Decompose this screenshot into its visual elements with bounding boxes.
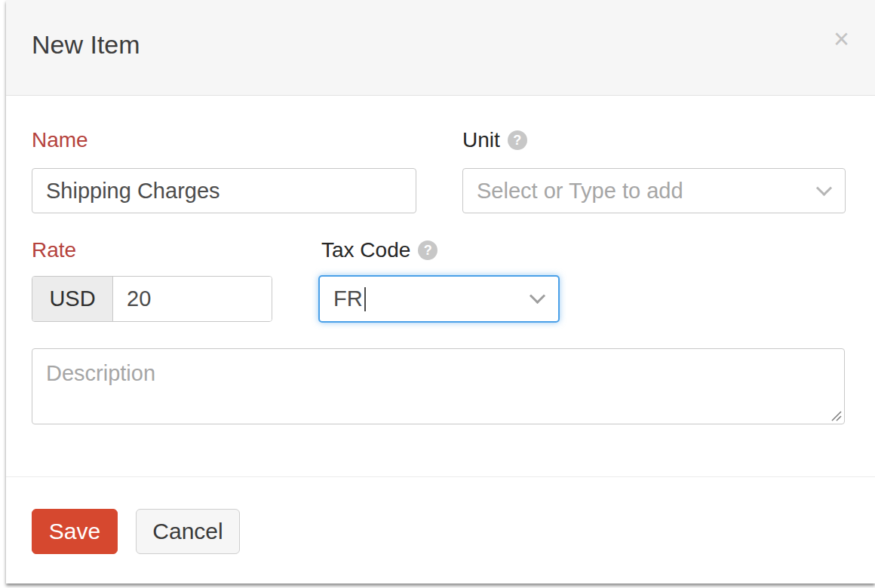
- save-button[interactable]: Save: [32, 509, 118, 554]
- close-icon[interactable]: ×: [834, 26, 849, 53]
- rate-label: Rate: [32, 240, 76, 261]
- unit-label-row: Unit ?: [462, 129, 527, 152]
- modal-header: New Item ×: [6, 0, 875, 96]
- name-label-row: Name: [32, 129, 88, 152]
- unit-select[interactable]: Select or Type to add: [462, 168, 846, 213]
- new-item-modal: New Item × Name Unit ? Select or Type to…: [6, 0, 875, 583]
- tax-code-label: Tax Code: [321, 240, 410, 261]
- tax-code-value: FR: [333, 286, 363, 311]
- modal-title: New Item: [32, 32, 140, 57]
- cancel-button[interactable]: Cancel: [136, 509, 240, 554]
- description-field-wrap: [32, 348, 845, 424]
- tax-code-combobox[interactable]: FR: [318, 275, 560, 323]
- description-textarea[interactable]: [32, 348, 845, 424]
- chevron-down-icon: [816, 179, 832, 195]
- help-icon[interactable]: ?: [418, 240, 438, 260]
- unit-label: Unit: [462, 130, 500, 151]
- chevron-down-icon: [530, 288, 545, 304]
- name-label: Name: [32, 130, 88, 151]
- resize-handle-icon[interactable]: [830, 409, 842, 421]
- rate-input[interactable]: [113, 277, 272, 321]
- text-cursor: [364, 287, 366, 311]
- rate-label-row: Rate: [32, 239, 76, 262]
- help-icon[interactable]: ?: [508, 130, 527, 150]
- rate-input-group: USD: [32, 276, 272, 322]
- tax-code-label-row: Tax Code ?: [321, 239, 438, 262]
- unit-placeholder: Select or Type to add: [477, 179, 683, 204]
- name-input[interactable]: [32, 168, 416, 213]
- footer-divider: [6, 476, 875, 477]
- currency-prefix: USD: [32, 277, 113, 321]
